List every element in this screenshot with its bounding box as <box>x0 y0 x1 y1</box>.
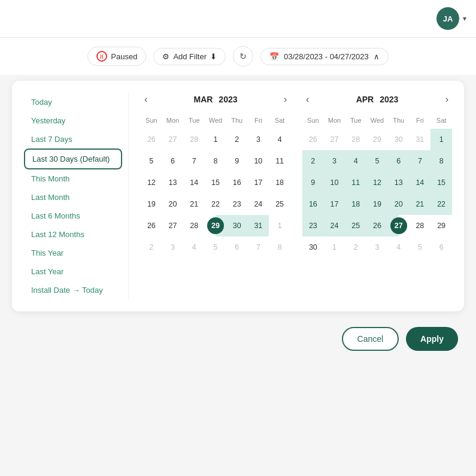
calendar-day[interactable]: 11 <box>269 150 290 172</box>
calendar-day[interactable]: 7 <box>248 237 269 258</box>
calendar-day[interactable]: 16 <box>302 193 324 215</box>
calendar-day[interactable]: 21 <box>183 193 205 215</box>
calendar-day[interactable]: 3 <box>366 237 388 258</box>
calendar-day[interactable]: 26 <box>141 215 162 237</box>
calendar-day[interactable]: 17 <box>248 172 269 193</box>
calendar-day[interactable]: 20 <box>162 193 184 215</box>
calendar-day[interactable]: 27 <box>324 129 345 150</box>
sidebar-item-thisyear[interactable]: This Year <box>24 244 122 262</box>
paused-button[interactable]: ⏸ Paused <box>87 47 146 66</box>
calendar-day[interactable]: 5 <box>366 150 388 172</box>
calendar-day[interactable]: 6 <box>388 150 410 172</box>
calendar-day[interactable]: 28 <box>183 129 205 150</box>
calendar-day[interactable]: 22 <box>205 193 226 215</box>
calendar-day[interactable]: 17 <box>324 193 345 215</box>
calendar-day[interactable]: 25 <box>345 215 366 237</box>
calendar-day[interactable]: 4 <box>183 237 205 258</box>
calendar-day[interactable]: 18 <box>269 172 290 193</box>
calendar-day[interactable]: 30 <box>302 237 324 258</box>
calendar-day[interactable]: 2 <box>141 237 162 258</box>
calendar-day[interactable]: 10 <box>324 172 345 193</box>
calendar-day[interactable]: 27 <box>162 215 184 237</box>
calendar-day[interactable]: 12 <box>366 172 388 193</box>
march-next-button[interactable]: › <box>280 93 290 106</box>
calendar-day[interactable]: 6 <box>430 237 452 258</box>
calendar-day[interactable]: 7 <box>183 150 205 172</box>
calendar-day[interactable]: 30 <box>226 215 248 237</box>
sidebar-item-lastyear[interactable]: Last Year <box>24 262 122 281</box>
calendar-day[interactable]: 3 <box>248 129 269 150</box>
april-prev-button[interactable]: ‹ <box>302 93 313 106</box>
calendar-day[interactable]: 29 <box>366 129 388 150</box>
apply-button[interactable]: Apply <box>406 327 458 351</box>
calendar-day[interactable]: 4 <box>345 150 366 172</box>
calendar-day[interactable]: 9 <box>226 150 248 172</box>
date-range-button[interactable]: 📅 03/28/2023 - 04/27/2023 ∧ <box>260 48 389 65</box>
calendar-day[interactable]: 8 <box>430 150 452 172</box>
sidebar-item-last6months[interactable]: Last 6 Months <box>24 207 122 225</box>
calendar-day[interactable]: 20 <box>388 193 410 215</box>
calendar-day[interactable]: 3 <box>162 237 184 258</box>
calendar-day[interactable]: 28 <box>410 215 431 237</box>
add-filter-button[interactable]: ⚙ Add Filter ⬇ <box>153 48 226 65</box>
calendar-day[interactable]: 6 <box>162 150 184 172</box>
calendar-day[interactable]: 2 <box>302 150 324 172</box>
calendar-day[interactable]: 14 <box>410 172 431 193</box>
calendar-day[interactable]: 8 <box>269 237 290 258</box>
prev-month-button[interactable]: ‹ <box>141 93 151 106</box>
next-month-button[interactable]: › <box>442 93 452 106</box>
sidebar-item-installdate[interactable]: Install Date → Today <box>24 281 122 299</box>
calendar-day[interactable]: 11 <box>345 172 366 193</box>
calendar-day[interactable]: 30 <box>388 129 410 150</box>
calendar-day[interactable]: 9 <box>302 172 324 193</box>
calendar-day[interactable]: 21 <box>410 193 431 215</box>
calendar-day[interactable]: 13 <box>388 172 410 193</box>
sidebar-item-lastmonth[interactable]: Last Month <box>24 188 122 207</box>
calendar-day[interactable]: 2 <box>345 237 366 258</box>
calendar-day[interactable]: 15 <box>430 172 452 193</box>
sidebar-item-yesterday[interactable]: Yesterday <box>24 111 122 130</box>
calendar-day[interactable]: 19 <box>366 193 388 215</box>
calendar-day[interactable]: 22 <box>430 193 452 215</box>
calendar-day[interactable]: 1 <box>205 129 226 150</box>
sidebar-item-last12months[interactable]: Last 12 Months <box>24 225 122 244</box>
calendar-day[interactable]: 23 <box>302 215 324 237</box>
sidebar-item-thismonth[interactable]: This Month <box>24 169 122 188</box>
calendar-day[interactable]: 27 <box>162 129 184 150</box>
sidebar-item-last7[interactable]: Last 7 Days <box>24 130 122 148</box>
calendar-day[interactable]: 8 <box>205 150 226 172</box>
calendar-day[interactable]: 26 <box>141 129 162 150</box>
calendar-day[interactable]: 31 <box>248 215 269 237</box>
sidebar-item-today[interactable]: Today <box>24 93 122 111</box>
calendar-day[interactable]: 28 <box>183 215 205 237</box>
calendar-day[interactable]: 28 <box>345 129 366 150</box>
calendar-day[interactable]: 29 <box>205 215 226 237</box>
calendar-day[interactable]: 15 <box>205 172 226 193</box>
calendar-day[interactable]: 5 <box>141 150 162 172</box>
calendar-day[interactable]: 31 <box>410 129 431 150</box>
calendar-day[interactable]: 19 <box>141 193 162 215</box>
calendar-day[interactable]: 1 <box>430 129 452 150</box>
calendar-day[interactable]: 16 <box>226 172 248 193</box>
calendar-day[interactable]: 26 <box>302 129 324 150</box>
calendar-day[interactable]: 25 <box>269 193 290 215</box>
calendar-day[interactable]: 6 <box>226 237 248 258</box>
calendar-day[interactable]: 26 <box>366 215 388 237</box>
calendar-day[interactable]: 24 <box>248 193 269 215</box>
sidebar-item-last30[interactable]: Last 30 Days (Default) <box>24 148 122 169</box>
calendar-day[interactable]: 27 <box>388 215 410 237</box>
refresh-button[interactable]: ↻ <box>233 46 253 66</box>
calendar-day[interactable]: 18 <box>345 193 366 215</box>
calendar-day[interactable]: 5 <box>205 237 226 258</box>
calendar-day[interactable]: 4 <box>388 237 410 258</box>
calendar-day[interactable]: 24 <box>324 215 345 237</box>
calendar-day[interactable]: 2 <box>226 129 248 150</box>
calendar-day[interactable]: 13 <box>162 172 184 193</box>
calendar-day[interactable]: 3 <box>324 150 345 172</box>
calendar-day[interactable]: 5 <box>410 237 431 258</box>
calendar-day[interactable]: 14 <box>183 172 205 193</box>
cancel-button[interactable]: Cancel <box>342 327 399 351</box>
calendar-day[interactable]: 23 <box>226 193 248 215</box>
calendar-day[interactable]: 1 <box>269 215 290 237</box>
calendar-day[interactable]: 12 <box>141 172 162 193</box>
